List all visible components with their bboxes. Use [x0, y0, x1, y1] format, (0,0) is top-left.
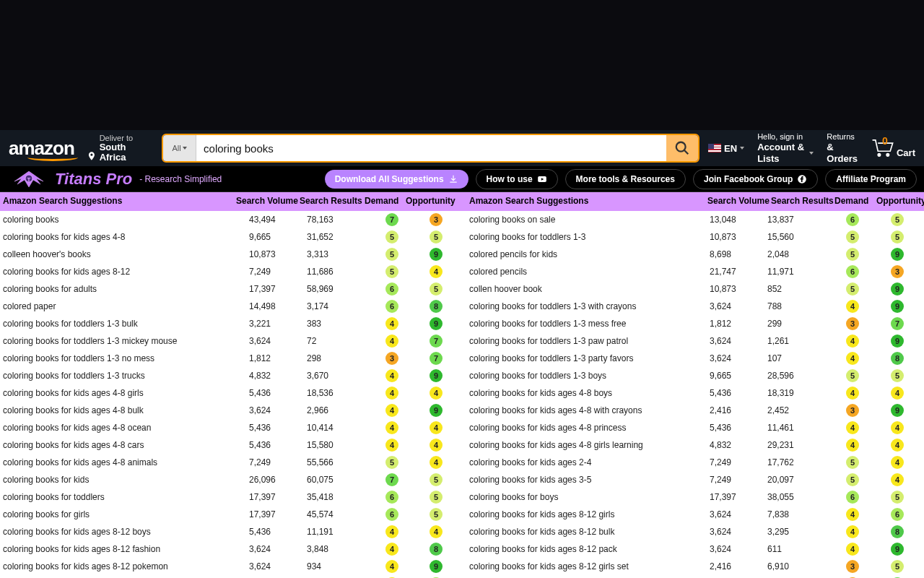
cell-volume: 3,624 — [249, 336, 307, 346]
table-row[interactable]: coloring books for kids ages 3-57,24920,… — [462, 471, 924, 488]
table-row[interactable]: coloring books for kids ages 4-8 ocean5,… — [0, 419, 462, 436]
search-category-dropdown[interactable]: All — [163, 135, 196, 161]
demand-badge: 4 — [385, 543, 398, 556]
cell-opportunity: 5 — [410, 491, 462, 504]
language-label: EN — [724, 143, 737, 154]
table-row[interactable]: colored pencils for kids8,6982,04859 — [462, 246, 924, 263]
cell-suggestion: coloring books for toddlers 1-3 boys — [462, 371, 710, 381]
search-input[interactable] — [196, 135, 666, 161]
cell-results: 6,910 — [767, 561, 834, 571]
table-row[interactable]: coloring books for toddlers 1-3 mess fre… — [462, 315, 924, 332]
table-row[interactable]: coloring books for kids ages 8-12 girls3… — [462, 506, 924, 523]
demand-badge: 3 — [846, 317, 859, 330]
table-row[interactable]: coloring books on sale13,04813,83765 — [462, 211, 924, 228]
affiliate-program-button[interactable]: Affiliate Program — [825, 169, 917, 189]
language-selector[interactable]: EN — [708, 143, 744, 154]
table-row[interactable]: coloring books for toddlers 1-310,87315,… — [462, 228, 924, 246]
titans-title: Titans Pro — [55, 170, 132, 189]
table-row[interactable]: coloring books for kids ages 4-8 cars5,4… — [0, 436, 462, 454]
table-row[interactable]: coloring books for kids ages 4-8 girls l… — [462, 436, 924, 454]
cell-opportunity: 4 — [871, 456, 924, 469]
table-row[interactable]: coloring books for kids ages 8-12 bulk3,… — [462, 523, 924, 540]
table-row[interactable]: coloring books for kids ages 4-8 bulk3,6… — [0, 402, 462, 419]
table-row[interactable]: coloring books43,49478,16373 — [0, 211, 462, 228]
cart-button[interactable]: 0 Cart — [871, 138, 915, 158]
cell-results: 2,048 — [767, 249, 834, 259]
cell-suggestion: coloring books — [0, 215, 249, 225]
cell-results: 38,055 — [767, 492, 834, 502]
cell-volume: 43,494 — [249, 215, 307, 225]
titans-logo[interactable]: T Titans Pro - Research Simplified — [7, 168, 222, 190]
table-row[interactable]: coloring books for toddlers 1-3 paw patr… — [462, 332, 924, 350]
table-row[interactable]: colleen hoover's books10,8733,31359 — [0, 246, 462, 263]
table-row[interactable]: coloring books for boys17,39738,05565 — [462, 488, 924, 506]
table-row[interactable]: coloring books for toddlers 1-3 with cra… — [462, 298, 924, 315]
search-button[interactable] — [666, 135, 698, 161]
table-row[interactable]: coloring books for toddlers17,39735,4186… — [0, 488, 462, 506]
table-row[interactable]: coloring books for kids ages 4-8 girls5,… — [0, 384, 462, 402]
cell-opportunity: 7 — [871, 317, 924, 330]
deliver-to[interactable]: Deliver to South Africa — [87, 134, 147, 163]
table-row[interactable]: coloring books for kids ages 8-127,24911… — [0, 263, 462, 280]
cell-suggestion: coloring books for kids ages 4-8 princes… — [462, 423, 710, 433]
table-row[interactable]: coloring books for toddlers 1-3 no mess1… — [0, 350, 462, 367]
cart-label: Cart — [897, 147, 915, 158]
cell-results: 2,966 — [307, 405, 374, 415]
cell-opportunity: 7 — [410, 352, 462, 365]
table-row[interactable]: coloring books for kids ages 8-12 fashio… — [0, 540, 462, 558]
cell-suggestion: coloring books for toddlers — [0, 492, 249, 502]
demand-badge: 4 — [385, 421, 398, 434]
demand-badge: 5 — [846, 282, 859, 296]
table-row[interactable]: coloring books for kids ages 4-8 boys5,4… — [462, 384, 924, 402]
table-row[interactable]: coloring books for kids ages 8-12 pokemo… — [0, 558, 462, 575]
table-row[interactable]: coloring books for adults17,39758,96965 — [0, 280, 462, 298]
table-row[interactable]: coloring books for kids ages 8-12 girls … — [462, 558, 924, 575]
cell-suggestion: coloring books for kids ages 4-8 with cr… — [462, 405, 710, 415]
table-row[interactable]: coloring books for toddlers 1-3 party fa… — [462, 350, 924, 367]
demand-badge: 4 — [385, 369, 398, 382]
table-row[interactable]: coloring books for kids ages 2-47,24917,… — [462, 454, 924, 471]
how-to-use-button[interactable]: How to use — [476, 169, 558, 189]
table-row[interactable]: collen hoover book10,87385259 — [462, 280, 924, 298]
table-row[interactable]: coloring books for toddlers 1-3 boys9,66… — [462, 367, 924, 384]
join-facebook-button[interactable]: Join Facebook Group — [693, 169, 818, 189]
opportunity-badge: 6 — [891, 508, 904, 521]
opportunity-badge: 4 — [430, 421, 443, 434]
table-row[interactable]: coloring books for kids ages 8-12 boys5,… — [0, 523, 462, 540]
table-row[interactable]: coloring books for kids ages 4-89,66531,… — [0, 228, 462, 246]
table-row[interactable]: coloring books for kids ages 8-12 dogs3,… — [0, 575, 462, 578]
cell-volume: 21,747 — [710, 267, 767, 277]
download-suggestions-button[interactable]: Download All Suggestions — [325, 170, 468, 189]
table-row[interactable]: coloring books for kids ages 4-8 princes… — [462, 419, 924, 436]
cell-results: 58,969 — [307, 284, 374, 294]
opportunity-badge: 7 — [430, 352, 443, 365]
table-row[interactable]: coloring books for toddlers 1-3 bulk3,22… — [0, 315, 462, 332]
table-row[interactable]: colored paper14,4983,17468 — [0, 298, 462, 315]
opportunity-badge: 4 — [430, 387, 443, 400]
more-tools-button[interactable]: More tools & Resources — [565, 169, 686, 189]
table-row[interactable]: coloring books for kids ages 4-8 with cr… — [462, 402, 924, 419]
table-row[interactable]: coloring books for kids ages 4-8 animals… — [0, 454, 462, 471]
table-row[interactable]: coloring books for toddlers 1-3 mickey m… — [0, 332, 462, 350]
table-row[interactable]: coloring books for kids26,09660,07575 — [0, 471, 462, 488]
table-row[interactable]: coloring books for girls17,39745,57465 — [0, 506, 462, 523]
returns-orders[interactable]: Returns & Orders — [827, 132, 858, 164]
table-row[interactable]: coloring books for kids ages 8-12 girls … — [462, 575, 924, 578]
returns-label: Returns — [827, 132, 858, 142]
demand-badge: 4 — [846, 335, 859, 348]
demand-badge: 7 — [385, 473, 398, 486]
opportunity-badge: 9 — [891, 248, 904, 261]
svg-text:T: T — [27, 176, 31, 183]
table-row[interactable]: colored pencils21,74711,97163 — [462, 263, 924, 280]
top-black-bar — [0, 0, 924, 65]
account-menu[interactable]: Hello, sign in Account & Lists — [757, 132, 814, 164]
table-row[interactable]: coloring books for toddlers 1-3 trucks4,… — [0, 367, 462, 384]
cell-suggestion: coloring books for kids ages 2-4 — [462, 457, 710, 467]
amazon-logo[interactable]: amazon — [9, 137, 78, 160]
cell-suggestion: coloring books for girls — [0, 509, 249, 519]
demand-badge: 4 — [385, 335, 398, 348]
opportunity-badge: 8 — [891, 525, 904, 538]
table-row[interactable]: coloring books for kids ages 8-12 pack3,… — [462, 540, 924, 558]
cell-suggestion: coloring books for kids ages 3-5 — [462, 475, 710, 485]
cell-opportunity: 4 — [410, 421, 462, 434]
